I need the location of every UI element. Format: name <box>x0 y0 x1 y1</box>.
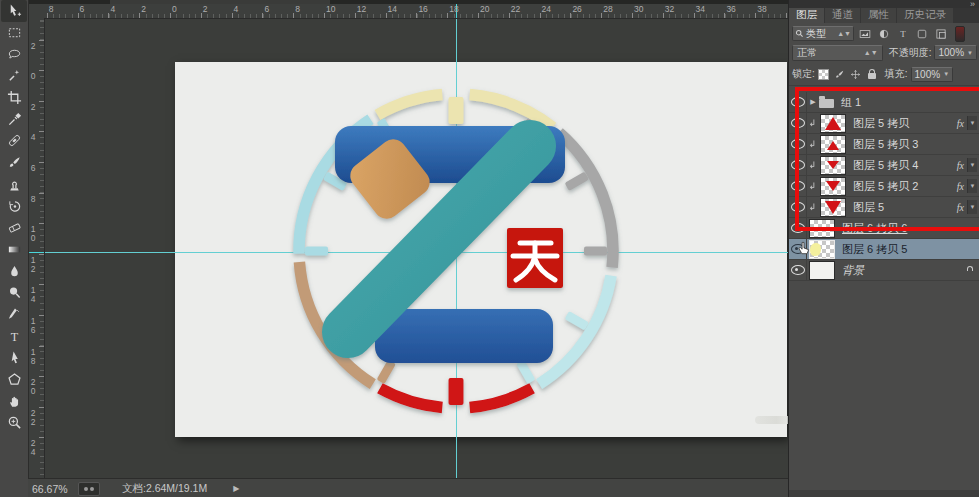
lock-pixels-icon[interactable] <box>833 68 847 80</box>
eyedropper-tool[interactable] <box>1 108 27 130</box>
eraser-icon <box>7 220 22 235</box>
dropdown-arrow-icon: ▼ <box>943 71 949 77</box>
opacity-value: 100% <box>938 47 964 58</box>
document-viewport[interactable] <box>44 18 788 478</box>
hand-cursor-icon <box>796 241 811 256</box>
search-icon <box>795 29 804 38</box>
type-filter-button[interactable]: T <box>894 27 911 41</box>
lock-transparency-icon[interactable] <box>817 68 831 80</box>
ruler-number: 0 <box>29 72 37 81</box>
layer-filter-toggle[interactable] <box>955 26 965 42</box>
hand-icon <box>7 394 22 409</box>
tab-历史记录[interactable]: 历史记录 <box>897 6 953 23</box>
tab-通道[interactable]: 通道 <box>825 6 860 23</box>
lock-all-icon[interactable] <box>865 68 879 80</box>
opacity-field[interactable]: 100% ▼ <box>934 45 977 60</box>
ruler-number: 2 <box>29 103 37 112</box>
ruler-number: 24 <box>542 5 551 14</box>
shape-tool[interactable] <box>1 369 27 391</box>
ruler-number: 12 <box>357 5 366 14</box>
status-doc-icon <box>78 482 100 496</box>
filter-kind-dropdown[interactable]: 类型 ▲▼ <box>792 26 854 41</box>
ruler-number: 0 <box>172 5 177 14</box>
brush-icon <box>7 155 22 170</box>
ruler-number: 4 <box>29 133 37 142</box>
panel-header-strip: » <box>789 0 979 8</box>
crop-tool[interactable] <box>1 87 27 109</box>
lasso-tool[interactable] <box>1 43 27 65</box>
status-bar: 66.67% 文档:2.64M/19.1M ▶ <box>28 478 788 497</box>
magic-wand-icon <box>7 68 22 83</box>
ruler-number: 16 <box>29 317 37 335</box>
healing-brush-tool[interactable] <box>1 130 27 152</box>
type-tool[interactable]: T <box>1 325 27 347</box>
horizontal-ruler[interactable]: 8642024681012141618202224262830323436384… <box>44 4 788 19</box>
history-brush-tool[interactable] <box>1 195 27 217</box>
ruler-number: 22 <box>29 409 37 427</box>
logo-badge <box>507 228 563 288</box>
zoom-level-field[interactable]: 66.67% <box>32 483 78 495</box>
layer-thumbnail[interactable] <box>809 261 835 280</box>
adjustment-filter-icon <box>878 28 890 40</box>
layer-name[interactable]: 背景 <box>842 263 864 278</box>
layer-thumbnail[interactable] <box>809 240 835 259</box>
lock-label: 锁定: <box>792 67 815 81</box>
pixel-filter-button[interactable] <box>856 27 873 41</box>
crop-icon <box>7 90 22 105</box>
ruler-corner[interactable] <box>28 4 45 19</box>
status-arrow-button[interactable]: ▶ <box>233 484 239 493</box>
ruler-number: 10 <box>326 5 335 14</box>
smart-object-filter-icon <box>935 28 947 40</box>
document-size-info: 文档:2.64M/19.1M <box>122 482 207 496</box>
dodge-tool[interactable] <box>1 282 27 304</box>
move-icon <box>7 3 22 18</box>
tools-panel: T <box>0 0 29 497</box>
blur-icon <box>7 264 22 279</box>
move-tool[interactable] <box>1 0 27 22</box>
vertical-ruler[interactable]: 2024681012141618202224 <box>28 18 45 478</box>
fill-field[interactable]: 100% ▼ <box>911 67 954 82</box>
opacity-label: 不透明度: <box>889 46 932 60</box>
ruler-number: 8 <box>49 5 54 14</box>
ruler-number: 6 <box>29 164 37 173</box>
hand-tool[interactable] <box>1 390 27 412</box>
marquee-tool[interactable] <box>1 22 27 44</box>
zoom-tool[interactable] <box>1 412 27 434</box>
layer-row-背景[interactable]: 背景 <box>789 260 979 281</box>
brush-tool[interactable] <box>1 152 27 174</box>
filter-kind-label: 类型 <box>806 27 826 41</box>
layer-name[interactable]: 图层 6 拷贝 5 <box>842 242 907 257</box>
gradient-tool[interactable] <box>1 239 27 261</box>
gradient-icon <box>7 242 22 257</box>
ruler-number: 32 <box>665 5 674 14</box>
pen-tool[interactable] <box>1 304 27 326</box>
clone-stamp-tool[interactable] <box>1 174 27 196</box>
adjustment-filter-button[interactable] <box>875 27 892 41</box>
ruler-number: 10 <box>29 225 37 243</box>
blur-tool[interactable] <box>1 260 27 282</box>
canvas-watermark <box>755 416 788 424</box>
tab-属性[interactable]: 属性 <box>861 6 896 23</box>
eye-icon[interactable] <box>791 265 805 275</box>
dropdown-arrow-icon: ▼ <box>967 50 973 56</box>
zoom-icon <box>7 415 22 430</box>
ruler-number: 4 <box>110 5 115 14</box>
shape-icon <box>7 372 22 387</box>
panel-footer <box>789 490 979 497</box>
history-brush-icon <box>7 199 22 214</box>
magic-wand-tool[interactable] <box>1 65 27 87</box>
eraser-tool[interactable] <box>1 217 27 239</box>
visibility-cell[interactable] <box>789 260 807 280</box>
tab-图层[interactable]: 图层 <box>789 6 824 23</box>
layer-row-图层 6 拷贝 5[interactable]: 图层 6 拷贝 5 <box>789 239 979 260</box>
clone-stamp-icon <box>7 177 22 192</box>
ruler-number: 38 <box>757 5 766 14</box>
path-select-tool[interactable] <box>1 347 27 369</box>
shape-filter-button[interactable] <box>913 27 930 41</box>
smart-object-filter-button[interactable] <box>932 27 949 41</box>
collapse-panels-icon[interactable]: » <box>970 0 974 9</box>
lock-position-icon[interactable] <box>849 68 863 80</box>
blend-mode-dropdown[interactable]: 正常 ▲▼ <box>792 45 883 61</box>
filter-type-buttons: T <box>854 27 949 41</box>
ruler-number: 2 <box>141 5 146 14</box>
